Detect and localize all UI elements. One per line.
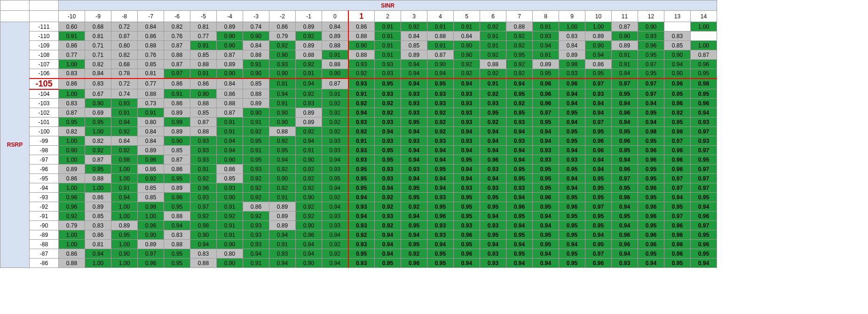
cell-r-89-c9: 0.95 xyxy=(559,230,585,240)
cell-r-94-c9: 0.94 xyxy=(559,183,585,193)
cell-r-104-c-7: 0.88 xyxy=(138,89,164,99)
corner-blank xyxy=(30,0,59,11)
cell-r-101-c-6: 0.99 xyxy=(164,118,190,127)
cell-r-103-c-3: 0.89 xyxy=(243,99,269,108)
cell-r-106-c-8: 0.78 xyxy=(111,69,138,78)
cell-r-100-c2: 0.94 xyxy=(375,127,401,136)
cell-r-102-c8: 0.97 xyxy=(533,108,559,118)
cell-r-96-c-3: 0.93 xyxy=(243,165,269,174)
cell-r-89-c-10: 1.00 xyxy=(59,230,85,240)
rsrp-row--88: -88 xyxy=(30,240,59,249)
cell-r-102-c-1: 0.89 xyxy=(296,108,322,118)
cell-r-103-c10: 0.94 xyxy=(585,99,612,108)
cell-r-108-c14: 0.87 xyxy=(691,50,717,60)
cell-r-103-c3: 0.93 xyxy=(401,99,427,108)
cell-r-86-c13: 0.95 xyxy=(664,259,691,268)
cell-r-103-c1: 0.92 xyxy=(348,99,375,108)
cell-r-98-c7: 0.94 xyxy=(506,146,533,155)
cell-r-109-c0: 0.88 xyxy=(322,41,348,50)
cell-r-102-c13: 0.92 xyxy=(664,108,691,118)
cell-r-94-c-7: 0.85 xyxy=(138,183,164,193)
cell-r-93-c7: 0.94 xyxy=(506,193,533,202)
cell-r-88-c-5: 0.94 xyxy=(190,240,217,249)
cell-r-93-c-1: 0.90 xyxy=(296,193,322,202)
heatmap-table: SINR-10-9-8-7-6-5-4-3-2-1012345678910111… xyxy=(0,0,717,268)
cell-r-94-c-6: 0.89 xyxy=(164,183,190,193)
cell-r-106-c2: 0.93 xyxy=(375,69,401,78)
cell-r-111-c-1: 0.89 xyxy=(296,22,322,31)
cell-r-107-c-8: 0.68 xyxy=(111,60,138,69)
cell-r-88-c7: 0.94 xyxy=(506,240,533,249)
cell-r-98-c-10: 0.90 xyxy=(59,146,85,155)
cell-r-97-c-10: 1.00 xyxy=(59,155,85,165)
cell-r-103-c-1: 0.93 xyxy=(296,99,322,108)
cell-r-108-c11: 0.91 xyxy=(612,50,638,60)
rsrp-row--89: -89 xyxy=(30,230,59,240)
cell-r-88-c9: 0.94 xyxy=(559,240,585,249)
cell-r-104-c-5: 0.90 xyxy=(190,89,217,99)
cell-r-105-c-7: 0.77 xyxy=(138,78,164,89)
cell-r-99-c-6: 0.90 xyxy=(164,136,190,146)
cell-r-109-c1: 0.90 xyxy=(348,41,375,50)
cell-r-97-c11: 0.94 xyxy=(612,155,638,165)
cell-r-102-c-8: 0.91 xyxy=(111,108,138,118)
cell-r-108-c-7: 0.76 xyxy=(138,50,164,60)
cell-r-92-c6: 0.95 xyxy=(480,202,506,212)
cell-r-88-c-4: 0.90 xyxy=(217,240,243,249)
cell-r-107-c-6: 0.87 xyxy=(164,60,190,69)
sinr-col--1: -1 xyxy=(296,11,322,22)
cell-r-89-c4: 0.93 xyxy=(427,230,454,240)
cell-r-104-c-2: 0.94 xyxy=(269,89,296,99)
cell-r-104-c10: 0.93 xyxy=(585,89,612,99)
cell-r-99-c6: 0.94 xyxy=(480,136,506,146)
cell-r-105-c6: 0.91 xyxy=(480,78,506,89)
cell-r-95-c14: 0.97 xyxy=(691,174,717,183)
cell-r-106-c6: 0.92 xyxy=(480,69,506,78)
cell-r-101-c2: 0.93 xyxy=(375,118,401,127)
cell-r-109-c9: 0.84 xyxy=(559,41,585,50)
cell-r-93-c9: 0.95 xyxy=(559,193,585,202)
cell-r-86-c-10: 0.88 xyxy=(59,259,85,268)
cell-r-105-c-4: 0.84 xyxy=(217,78,243,89)
cell-r-86-c4: 0.95 xyxy=(427,259,454,268)
cell-r-90-c12: 0.95 xyxy=(638,221,664,230)
cell-r-87-c0: 0.92 xyxy=(322,249,348,259)
cell-r-107-c11: 0.91 xyxy=(612,60,638,69)
cell-r-110-c10: 0.89 xyxy=(585,31,612,41)
cell-r-108-c-5: 0.85 xyxy=(190,50,217,60)
cell-r-103-c6: 0.93 xyxy=(480,99,506,108)
cell-r-89-c3: 0.94 xyxy=(401,230,427,240)
cell-r-93-c-7: 0.85 xyxy=(138,193,164,202)
cell-r-96-c3: 0.93 xyxy=(401,165,427,174)
rsrp-row--93: -93 xyxy=(30,193,59,202)
cell-r-111-c4: 0.91 xyxy=(427,22,454,31)
cell-r-95-c-1: 0.92 xyxy=(296,174,322,183)
cell-r-93-c6: 0.95 xyxy=(480,193,506,202)
cell-r-108-c7: 0.95 xyxy=(506,50,533,60)
cell-r-91-c13: 0.97 xyxy=(664,212,691,221)
cell-r-97-c-6: 0.87 xyxy=(164,155,190,165)
cell-r-109-c2: 0.91 xyxy=(375,41,401,50)
cell-r-88-c4: 0.94 xyxy=(427,240,454,249)
cell-r-101-c-4: 0.91 xyxy=(217,118,243,127)
cell-r-86-c-8: 1.00 xyxy=(111,259,138,268)
cell-r-100-c3: 0.94 xyxy=(401,127,427,136)
cell-r-110-c7: 0.92 xyxy=(506,31,533,41)
cell-r-92-c5: 0.95 xyxy=(454,202,480,212)
cell-r-107-c-10: 1.00 xyxy=(59,60,85,69)
sinr-col--9: -9 xyxy=(85,11,111,22)
cell-r-90-c10: 0.95 xyxy=(585,221,612,230)
cell-r-106-c0: 0.90 xyxy=(322,69,348,78)
cell-r-97-c0: 0.94 xyxy=(322,155,348,165)
cell-r-105-c0: 0.87 xyxy=(322,78,348,89)
cell-r-97-c9: 0.93 xyxy=(559,155,585,165)
cell-r-95-c7: 0.95 xyxy=(506,174,533,183)
cell-r-91-c1: 0.94 xyxy=(348,212,375,221)
cell-r-87-c14: 0.95 xyxy=(691,249,717,259)
cell-r-90-c-1: 0.90 xyxy=(296,221,322,230)
cell-r-96-c9: 0.95 xyxy=(559,165,585,174)
cell-r-106-c9: 0.93 xyxy=(559,69,585,78)
cell-r-89-c5: 0.96 xyxy=(454,230,480,240)
cell-r-105-c-8: 0.72 xyxy=(111,78,138,89)
cell-r-107-c2: 0.93 xyxy=(375,60,401,69)
